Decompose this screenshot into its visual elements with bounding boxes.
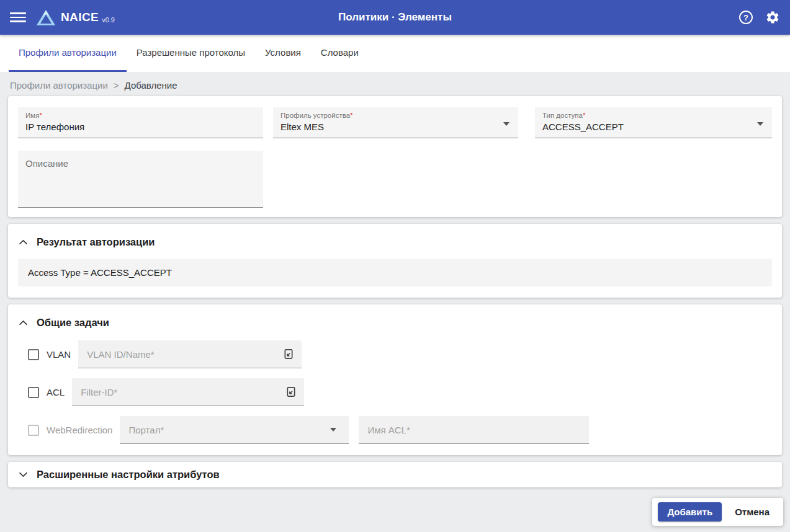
app-logo-icon: [36, 9, 56, 26]
brand-name: NAICE: [61, 11, 99, 24]
action-bar: Добавить Отмена: [652, 498, 783, 526]
tab-authorization-profiles[interactable]: Профили авторизации: [9, 35, 127, 72]
authorization-result-card: Результат авторизации Access Type = ACCE…: [8, 224, 782, 298]
acl-row: ACL: [18, 378, 772, 406]
portal-placeholder: Портал*: [120, 425, 164, 435]
acl-input[interactable]: [72, 387, 304, 397]
vlan-input-wrap: [78, 340, 302, 368]
device-profile-label: Профиль устройства*: [281, 112, 511, 119]
question-icon: ?: [743, 13, 748, 22]
brand-version: v0.9: [102, 16, 115, 24]
acl-name-input-wrap: [359, 416, 589, 444]
menu-button[interactable]: [10, 10, 26, 25]
portal-select[interactable]: Портал*: [120, 416, 349, 444]
device-profile-select[interactable]: Профиль устройства* Eltex MES: [273, 107, 518, 138]
vlan-input[interactable]: [78, 349, 302, 360]
access-type-label: Тип доступа*: [542, 112, 765, 119]
gear-icon: [765, 10, 780, 25]
description-textarea[interactable]: [18, 151, 263, 208]
common-tasks-card: Общие задачи VLAN ACL: [8, 304, 782, 455]
tab-conditions[interactable]: Условия: [255, 35, 311, 72]
tab-bar: Профили авторизации Разрешенные протокол…: [0, 35, 790, 72]
breadcrumb-separator: >: [114, 80, 119, 91]
name-field[interactable]: Имя*: [18, 107, 263, 138]
web-redirection-checkbox[interactable]: [28, 425, 39, 436]
name-input[interactable]: [25, 122, 256, 132]
authorization-result-value: Access Type = ACCESS_ACCEPT: [18, 259, 772, 286]
device-profile-value: Eltex MES: [281, 122, 511, 132]
tab-dictionaries[interactable]: Словари: [311, 35, 369, 72]
web-redirection-label: WebRedirection: [47, 425, 112, 435]
paste-lookup-icon[interactable]: [285, 386, 297, 398]
chevron-up-icon: [18, 239, 28, 245]
paste-lookup-icon[interactable]: [282, 348, 295, 360]
access-type-select[interactable]: Тип доступа* ACCESS_ACCEPT: [535, 107, 772, 138]
common-tasks-collapse[interactable]: Общие задачи: [18, 315, 772, 330]
page-title: Политики · Элементы: [0, 11, 790, 24]
chevron-up-icon: [18, 320, 28, 326]
breadcrumb: Профили авторизации > Добавление: [0, 72, 790, 96]
settings-button[interactable]: [765, 10, 780, 25]
app-bar: NAICE v0.9 Политики · Элементы ?: [0, 0, 790, 35]
help-button[interactable]: ?: [739, 11, 753, 24]
chevron-down-icon: [18, 472, 28, 477]
submit-button[interactable]: Добавить: [658, 502, 722, 521]
advanced-settings-title: Расширенные настройки атрибутов: [37, 469, 220, 481]
profile-form-card: Имя* Профиль устройства* Eltex MES Тип д…: [8, 96, 782, 217]
vlan-label: VLAN: [47, 349, 71, 360]
name-label: Имя*: [25, 112, 256, 119]
brand: NAICE v0.9: [36, 9, 115, 26]
web-redirection-row: WebRedirection Портал*: [18, 416, 772, 444]
breadcrumb-current: Добавление: [125, 80, 177, 91]
authorization-result-title: Результат авторизации: [37, 236, 155, 248]
access-type-value: ACCESS_ACCEPT: [542, 122, 765, 132]
advanced-settings-card[interactable]: Расширенные настройки атрибутов: [8, 462, 782, 487]
vlan-row: VLAN: [18, 340, 772, 368]
tab-allowed-protocols[interactable]: Разрешенные протоколы: [127, 35, 255, 72]
authorization-result-collapse[interactable]: Результат авторизации: [18, 234, 772, 249]
acl-label: ACL: [47, 387, 65, 397]
chevron-down-icon: [503, 122, 509, 126]
breadcrumb-parent[interactable]: Профили авторизации: [10, 80, 108, 91]
chevron-down-icon: [330, 428, 336, 432]
acl-input-wrap: [72, 378, 304, 406]
vlan-checkbox[interactable]: [28, 349, 39, 360]
cancel-button[interactable]: Отмена: [727, 502, 778, 521]
acl-checkbox[interactable]: [28, 387, 39, 398]
common-tasks-title: Общие задачи: [37, 317, 109, 329]
chevron-down-icon: [757, 122, 763, 126]
acl-name-input[interactable]: [359, 425, 589, 435]
